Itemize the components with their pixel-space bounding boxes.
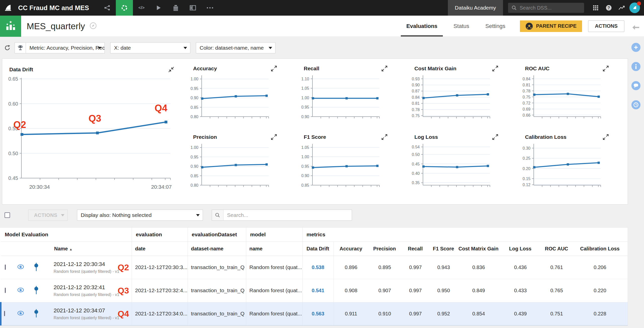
column-header-data-drift[interactable]: Data Drift bbox=[302, 242, 334, 256]
metric-value-precision: 0.907 bbox=[368, 279, 401, 302]
svg-text:0.25: 0.25 bbox=[522, 156, 530, 160]
view-evaluation-button[interactable] bbox=[17, 289, 24, 293]
chart-data-drift: Data Drift0.450.500.550.600.6520:30:3420… bbox=[6, 65, 182, 195]
column-header-precision[interactable]: Precision bbox=[368, 242, 401, 256]
group-header-metrics: metrics bbox=[302, 227, 628, 242]
model-evaluation-store-icon[interactable]: ★ ★ ★ bbox=[0, 16, 21, 37]
evaluation-row[interactable]: 2021-12-12 20:34:07 Random forest (quate… bbox=[1, 302, 628, 325]
parent-recipe-button[interactable]: ★ ★ ★ PARENT RECIPE bbox=[520, 20, 582, 32]
column-header-roc-auc[interactable]: ROC AUC bbox=[541, 242, 572, 256]
view-evaluation-button[interactable] bbox=[17, 312, 24, 316]
expand-chart-icon[interactable] bbox=[602, 65, 609, 72]
svg-text:1.00: 1.00 bbox=[301, 96, 309, 100]
column-header-f1-score[interactable]: F1 Score bbox=[430, 242, 457, 256]
navigate-icon[interactable] bbox=[89, 22, 97, 30]
svg-text:0.78: 0.78 bbox=[522, 89, 530, 93]
chat-icon bbox=[633, 83, 638, 88]
compass-icon bbox=[89, 22, 97, 29]
monitoring-icon[interactable] bbox=[615, 0, 628, 16]
chart-accuracy: Accuracy0.800.850.900.951.00 bbox=[185, 64, 296, 133]
select-all-checkbox[interactable] bbox=[5, 212, 10, 218]
group-header-evaluation-dataset: evaluationDataset bbox=[188, 227, 246, 242]
chart-plot: 0.900.951.001.051.10 bbox=[296, 74, 382, 124]
flow-icon[interactable] bbox=[99, 0, 116, 16]
svg-text:0.45: 0.45 bbox=[8, 175, 18, 181]
dss-search-box[interactable] bbox=[508, 3, 584, 13]
column-header-dataset-name[interactable]: dataset-name bbox=[188, 242, 246, 256]
catalog-icon[interactable] bbox=[167, 0, 184, 16]
metric-value-roc-auc: 0.765 bbox=[541, 279, 572, 302]
history-button[interactable] bbox=[631, 100, 640, 109]
row-checkbox[interactable] bbox=[4, 311, 5, 316]
evaluation-marker-icon bbox=[34, 268, 38, 272]
svg-text:0.66: 0.66 bbox=[522, 113, 530, 117]
project-title[interactable]: CC Fraud MC and MES bbox=[18, 4, 89, 12]
tab-settings[interactable]: Settings bbox=[477, 16, 514, 37]
help-icon[interactable]: ? bbox=[602, 0, 615, 16]
column-header-log-loss[interactable]: Log Loss bbox=[500, 242, 541, 256]
champion-filter-button[interactable] bbox=[15, 42, 26, 53]
table-search-input[interactable] bbox=[224, 210, 352, 220]
dashboard-icon[interactable] bbox=[184, 0, 201, 16]
view-evaluation-button[interactable] bbox=[17, 266, 24, 270]
tab-evaluations[interactable]: Evaluations bbox=[398, 16, 445, 37]
collapse-panel-button[interactable] bbox=[632, 24, 640, 31]
evaluations-table: Model Evaluation evaluation evaluationDa… bbox=[0, 227, 628, 325]
row-checkbox[interactable] bbox=[5, 265, 6, 270]
evaluation-row[interactable]: 2021-12-12 20:32:41 Random forest (quate… bbox=[1, 279, 628, 302]
tab-status[interactable]: Status bbox=[445, 16, 477, 37]
metric-value-roc-auc: 0.751 bbox=[541, 302, 572, 325]
metric-value-data-drift[interactable]: 0.563 bbox=[302, 302, 334, 325]
bulk-actions-button[interactable]: ACTIONS bbox=[28, 210, 68, 221]
dataiku-academy-button[interactable]: Dataiku Academy bbox=[448, 0, 503, 16]
column-header-calibration-loss[interactable]: Calibration Loss bbox=[572, 242, 628, 256]
display-also-value: Display also: Nothing selected bbox=[81, 212, 152, 218]
chart-roc-auc: ROC AUC0.660.690.720.750.780.810.84 bbox=[517, 64, 628, 133]
table-group-header-row: Model Evaluation evaluation evaluationDa… bbox=[1, 227, 628, 242]
svg-text:0.93: 0.93 bbox=[412, 77, 420, 81]
column-header-recall[interactable]: Recall bbox=[401, 242, 430, 256]
svg-text:0.75: 0.75 bbox=[522, 95, 530, 99]
avatar[interactable] bbox=[629, 3, 640, 13]
metric-value-data-drift[interactable]: 0.538 bbox=[302, 256, 334, 279]
color-select[interactable]: Color: dataset-name, name bbox=[196, 42, 275, 53]
column-header-name[interactable]: Name ▲ bbox=[44, 242, 132, 256]
empty-header bbox=[12, 242, 29, 256]
expand-chart-icon[interactable] bbox=[492, 65, 498, 72]
dss-search-input[interactable] bbox=[519, 5, 581, 11]
expand-chart-icon[interactable] bbox=[271, 134, 277, 140]
column-header-model-name[interactable]: name bbox=[246, 242, 302, 256]
collapse-chart-icon[interactable] bbox=[168, 66, 174, 73]
svg-text:1.00: 1.00 bbox=[191, 145, 198, 150]
svg-text:0.84: 0.84 bbox=[412, 95, 420, 100]
back-arrow-icon bbox=[632, 24, 640, 31]
add-button[interactable] bbox=[631, 43, 640, 52]
expand-chart-icon[interactable] bbox=[271, 65, 277, 72]
apps-grid-icon[interactable] bbox=[589, 0, 602, 16]
recipes-icon[interactable] bbox=[116, 0, 133, 16]
display-also-select[interactable]: Display also: Nothing selected bbox=[77, 210, 203, 221]
expand-chart-icon[interactable] bbox=[381, 65, 388, 72]
expand-chart-icon[interactable] bbox=[381, 134, 388, 140]
metric-value-data-drift[interactable]: 0.541 bbox=[302, 279, 334, 302]
page-title: MES_quarterly bbox=[27, 21, 85, 31]
column-header-accuracy[interactable]: Accuracy bbox=[334, 242, 368, 256]
more-icon[interactable] bbox=[201, 0, 219, 16]
play-icon[interactable] bbox=[150, 0, 167, 16]
details-button[interactable] bbox=[631, 62, 640, 71]
expand-chart-icon[interactable] bbox=[602, 134, 609, 140]
evaluation-row[interactable]: 2021-12-12 20:30:34 Random forest (quate… bbox=[1, 256, 628, 279]
actions-button[interactable]: ACTIONS bbox=[588, 20, 624, 32]
code-icon[interactable]: </> bbox=[133, 0, 150, 16]
dataiku-logo[interactable] bbox=[0, 0, 16, 16]
row-checkbox[interactable] bbox=[5, 288, 6, 293]
evaluation-date: 2021-12-12T20:32:4... bbox=[132, 279, 188, 302]
chart-title: F1 Score bbox=[304, 134, 326, 140]
metric-select[interactable]: Metric: Accuracy, Precision, Reca bbox=[26, 42, 105, 53]
column-header-cost-matrix-gain[interactable]: Cost Matrix Gain bbox=[457, 242, 500, 256]
x-axis-select[interactable]: X: date bbox=[110, 42, 190, 53]
refresh-button[interactable] bbox=[4, 45, 11, 51]
expand-chart-icon[interactable] bbox=[492, 134, 498, 140]
column-header-date[interactable]: date bbox=[132, 242, 188, 256]
discussions-button[interactable] bbox=[631, 81, 640, 90]
